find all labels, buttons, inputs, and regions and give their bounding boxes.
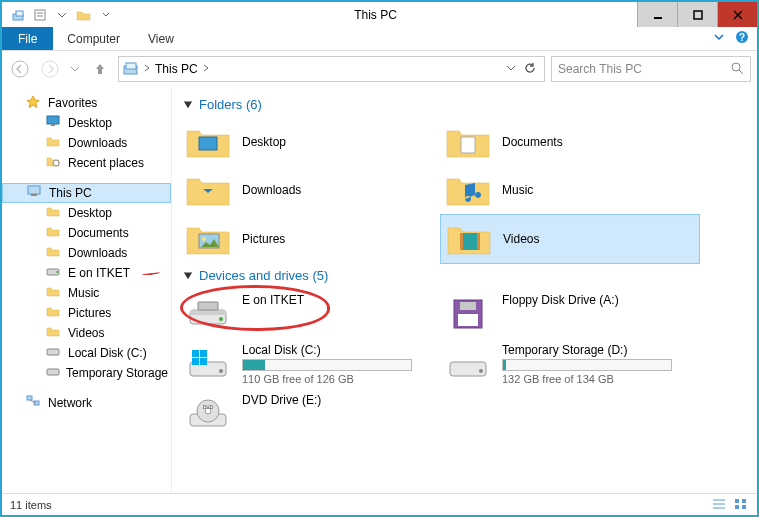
drive-temp-d[interactable]: Temporary Storage (D:) 132 GB free of 13…	[440, 339, 700, 389]
window-controls	[637, 2, 757, 27]
svg-rect-26	[27, 396, 32, 400]
ribbon-tabs: File Computer View ?	[2, 27, 757, 51]
svg-rect-1	[16, 11, 23, 16]
help-icon[interactable]: ?	[735, 30, 749, 47]
status-text: 11 items	[10, 499, 52, 511]
sidebar-favorites[interactable]: Favorites	[2, 93, 171, 113]
minimize-button[interactable]	[637, 2, 677, 27]
svg-rect-14	[126, 63, 136, 69]
sidebar-item-temp-storage[interactable]: Temporary Storage (	[2, 363, 171, 383]
sidebar-item-downloads[interactable]: Downloads	[2, 133, 171, 153]
sidebar-item-desktop[interactable]: Desktop	[2, 203, 171, 223]
sidebar-item-pictures[interactable]: Pictures	[2, 303, 171, 323]
up-button[interactable]	[88, 57, 112, 81]
svg-point-32	[202, 237, 206, 241]
navigation-pane: Favorites Desktop Downloads Recent place…	[2, 87, 172, 493]
svg-rect-37	[190, 310, 226, 315]
svg-rect-24	[47, 349, 59, 355]
svg-rect-61	[742, 505, 746, 509]
sidebar-item-music[interactable]: Music	[2, 283, 171, 303]
breadcrumb[interactable]: This PC	[155, 62, 198, 76]
svg-point-11	[12, 61, 28, 77]
drive-dvd-e[interactable]: DVD DVD Drive (E:)	[180, 389, 440, 439]
svg-rect-35	[477, 233, 480, 250]
sidebar-item-downloads[interactable]: Downloads	[2, 243, 171, 263]
pictures-folder-icon	[184, 219, 232, 259]
sidebar-network[interactable]: Network	[2, 393, 171, 413]
svg-rect-39	[198, 302, 218, 310]
refresh-icon[interactable]	[524, 62, 536, 77]
drive-e-on-itket[interactable]: E on ITKET	[180, 289, 440, 339]
folder-icon	[46, 285, 62, 301]
os-drive-icon	[184, 343, 232, 385]
folder-music[interactable]: Music	[440, 166, 700, 214]
view-tab[interactable]: View	[134, 27, 188, 50]
svg-point-19	[53, 160, 59, 166]
sidebar-item-documents[interactable]: Documents	[2, 223, 171, 243]
folder-icon	[46, 205, 62, 221]
maximize-button[interactable]	[677, 2, 717, 27]
downloads-folder-icon	[184, 170, 232, 210]
forward-button[interactable]	[38, 57, 62, 81]
drives-heading[interactable]: Devices and drives (5)	[184, 268, 745, 283]
computer-icon	[27, 185, 43, 201]
window-title: This PC	[114, 8, 637, 22]
sidebar-item-e-on-itket[interactable]: E on ITKET	[2, 263, 171, 283]
svg-point-50	[479, 369, 483, 373]
computer-tab[interactable]: Computer	[53, 27, 134, 50]
nav-bar: This PC Search This PC	[2, 51, 757, 87]
icons-view-icon[interactable]	[733, 497, 749, 513]
folders-heading[interactable]: Folders (6)	[184, 97, 745, 112]
svg-rect-27	[34, 401, 39, 405]
drive-local-c[interactable]: Local Disk (C:) 110 GB free of 126 GB	[180, 339, 440, 389]
dvd-drive-icon: DVD	[184, 393, 232, 435]
details-view-icon[interactable]	[711, 497, 727, 513]
search-icon	[730, 61, 744, 78]
svg-rect-21	[31, 194, 37, 196]
drive-icon	[46, 365, 60, 381]
new-folder-icon[interactable]	[76, 7, 92, 23]
sidebar-item-desktop[interactable]: Desktop	[2, 113, 171, 133]
breadcrumb-separator-icon[interactable]	[202, 62, 210, 76]
svg-rect-29	[199, 137, 217, 150]
close-button[interactable]	[717, 2, 757, 27]
folder-downloads[interactable]: Downloads	[180, 166, 440, 214]
back-button[interactable]	[8, 57, 32, 81]
svg-point-12	[42, 61, 58, 77]
recent-dropdown-icon[interactable]	[68, 57, 82, 81]
folder-documents[interactable]: Documents	[440, 118, 700, 166]
svg-point-15	[732, 63, 740, 71]
qat-dropdown-icon[interactable]	[54, 7, 70, 23]
search-placeholder: Search This PC	[558, 62, 642, 76]
sidebar-item-local-disk-c[interactable]: Local Disk (C:)	[2, 343, 171, 363]
folder-pictures[interactable]: Pictures	[180, 214, 440, 264]
svg-rect-45	[192, 350, 199, 357]
location-icon	[123, 61, 139, 77]
address-dropdown-icon[interactable]	[506, 62, 516, 77]
address-bar[interactable]: This PC	[118, 56, 545, 82]
drive-icon	[444, 343, 492, 385]
file-tab[interactable]: File	[2, 27, 53, 50]
search-input[interactable]: Search This PC	[551, 56, 751, 82]
quick-access-toolbar	[2, 7, 114, 23]
svg-rect-42	[458, 314, 478, 326]
properties-icon[interactable]	[32, 7, 48, 23]
svg-rect-20	[28, 186, 40, 194]
drive-floppy-a[interactable]: Floppy Disk Drive (A:)	[440, 289, 700, 339]
svg-rect-58	[735, 499, 739, 503]
network-drive-icon	[184, 293, 232, 335]
breadcrumb-separator-icon[interactable]	[143, 62, 151, 76]
qat-dropdown2-icon[interactable]	[98, 7, 114, 23]
folder-videos[interactable]: Videos	[440, 214, 700, 264]
network-icon	[26, 395, 42, 411]
desktop-icon	[46, 115, 62, 131]
svg-rect-48	[200, 358, 207, 365]
system-icon[interactable]	[10, 7, 26, 23]
sidebar-item-videos[interactable]: Videos	[2, 323, 171, 343]
sidebar-thispc[interactable]: This PC	[2, 183, 171, 203]
sidebar-item-recent[interactable]: Recent places	[2, 153, 171, 173]
folder-desktop[interactable]: Desktop	[180, 118, 440, 166]
svg-rect-60	[735, 505, 739, 509]
title-bar: This PC	[2, 2, 757, 27]
ribbon-expand-icon[interactable]	[713, 31, 725, 46]
